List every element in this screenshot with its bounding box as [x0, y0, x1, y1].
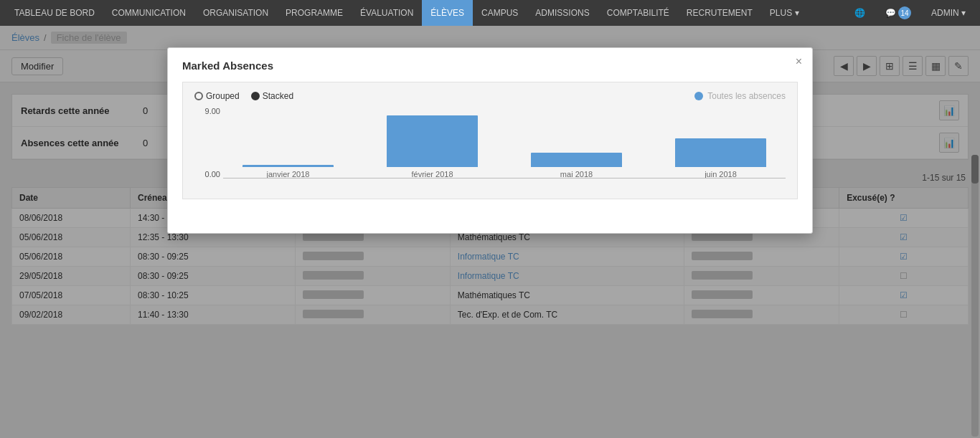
radio-grouped-dot [194, 92, 203, 100]
radio-grouped-label: Grouped [206, 91, 240, 101]
nav-messages[interactable]: 💬 14 [877, 0, 920, 26]
nav-admin[interactable]: ADMIN ▾ [923, 0, 974, 26]
chart-baseline [223, 178, 786, 178]
radio-stacked-dot [251, 92, 260, 100]
nav-item-plus[interactable]: PLUS ▾ [761, 0, 808, 26]
nav-item-campus[interactable]: CAMPUS [473, 0, 527, 26]
nav-item-communication[interactable]: COMMUNICATION [103, 0, 194, 26]
chart-legend: Toutes les absences [694, 91, 786, 101]
y-max: 9.00 [205, 107, 220, 115]
nav-globe-icon[interactable]: 🌐 [846, 0, 874, 26]
nav-item-organisation[interactable]: ORGANISATION [194, 0, 277, 26]
bar-group: mai 2018 [512, 107, 641, 178]
modal-overlay: Marked Absences × Grouped Stacked Toutes… [0, 26, 980, 438]
chart-bar[interactable] [675, 138, 766, 167]
chart-bar[interactable] [531, 153, 622, 167]
y-axis: 9.00 0.00 [194, 107, 223, 178]
message-badge: 14 [898, 6, 911, 19]
nav-item-comptabilite[interactable]: COMPTABILITÉ [598, 0, 678, 26]
modal-title: Marked Absences [182, 59, 798, 72]
nav-item-recrutement[interactable]: RECRUTEMENT [678, 0, 761, 26]
bar-group: juin 2018 [656, 107, 786, 178]
nav-item-evaluation[interactable]: ÉVALUATION [352, 0, 422, 26]
page-body: Élèves / Fiche de l'élève Modifier ◀ ▶ ⊞… [0, 26, 980, 438]
radio-stacked-label: Stacked [263, 91, 293, 101]
radio-grouped[interactable]: Grouped [194, 91, 240, 101]
nav-item-tableau[interactable]: TABLEAU DE BORD [6, 0, 103, 26]
bar-group: janvier 2018 [223, 107, 353, 178]
modal-marked-absences: Marked Absences × Grouped Stacked Toutes… [167, 47, 813, 234]
legend-label: Toutes les absences [707, 91, 786, 101]
navbar: TABLEAU DE BORD COMMUNICATION ORGANISATI… [0, 0, 980, 26]
y-min: 0.00 [205, 170, 220, 178]
chart-container: Grouped Stacked Toutes les absences 9.00 [182, 82, 798, 199]
radio-stacked[interactable]: Stacked [251, 91, 293, 101]
nav-item-eleves[interactable]: ÉLÈVES [422, 0, 473, 26]
legend-dot [694, 92, 703, 100]
chart-options: Grouped Stacked Toutes les absences [194, 91, 786, 101]
bar-group: février 2018 [367, 107, 497, 178]
nav-item-admissions[interactable]: ADMISSIONS [527, 0, 598, 26]
chart-bar[interactable] [387, 115, 478, 167]
nav-right: 🌐 💬 14 ADMIN ▾ [846, 0, 974, 26]
chart-bar[interactable] [242, 165, 334, 167]
bar-chart: 9.00 0.00 janvier 2018février 2018mai 20… [194, 107, 786, 193]
modal-close-button[interactable]: × [796, 55, 802, 68]
nav-item-programme[interactable]: PROGRAMME [277, 0, 352, 26]
